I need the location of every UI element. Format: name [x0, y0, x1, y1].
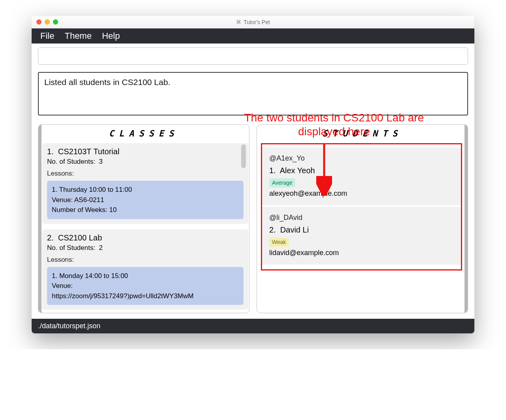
student-email: alexyeoh@example.com	[269, 188, 454, 199]
content-area: Listed all students in CS2100 Lab. The t…	[32, 44, 474, 313]
result-message: Listed all students in CS2100 Lab.	[44, 78, 170, 87]
command-input[interactable]	[38, 47, 468, 65]
panel-left-edge	[38, 125, 42, 313]
annotation-highlight-box: @A1ex_Yo 1. Alex Yeoh Average alexyeoh@e…	[261, 143, 462, 271]
menu-file[interactable]: File	[40, 31, 54, 41]
class-card[interactable]: 2. CS2100 Lab No. of Students: 2 Lessons…	[42, 229, 248, 310]
classes-panel: CLASSES 1. CS2103T Tutorial No. of Stude…	[38, 124, 249, 313]
statusbar: ./data/tutorspet.json	[32, 319, 474, 333]
student-name: 1. Alex Yeoh	[269, 165, 454, 176]
student-handle: @A1ex_Yo	[269, 153, 454, 164]
class-title: 2. CS2100 Lab	[47, 233, 244, 242]
app-window: ⌘ Tutor's Pet File Theme Help Listed all…	[32, 16, 474, 333]
lesson-card: 1. Monday 14:00 to 15:00 Venue: https://…	[47, 267, 244, 305]
lesson-time: 1. Monday 14:00 to 15:00	[52, 271, 239, 281]
maximize-button[interactable]	[53, 19, 58, 25]
window-controls	[36, 19, 58, 25]
status-path: ./data/tutorspet.json	[38, 322, 100, 330]
menu-theme[interactable]: Theme	[64, 31, 91, 41]
lessons-label: Lessons:	[47, 170, 244, 178]
lesson-card: 1. Thursday 10:00 to 11:00 Venue: AS6-02…	[47, 181, 244, 219]
lesson-time: 1. Thursday 10:00 to 11:00	[52, 185, 239, 195]
panel-right-edge	[464, 125, 468, 313]
menubar: File Theme Help	[32, 28, 474, 44]
panels-row: CLASSES 1. CS2103T Tutorial No. of Stude…	[38, 124, 468, 313]
class-card[interactable]: 1. CS2103T Tutorial No. of Students: 3 L…	[42, 143, 248, 224]
student-email: lidavid@example.com	[269, 248, 454, 258]
students-list[interactable]: @A1ex_Yo 1. Alex Yeoh Average alexyeoh@e…	[262, 148, 461, 266]
app-icon: ⌘	[236, 19, 241, 25]
students-panel: STUDENTS @A1ex_Yo 1. Alex Yeoh Average a…	[257, 124, 468, 313]
class-student-count: No. of Students: 2	[47, 244, 244, 252]
classes-header: CLASSES	[38, 125, 249, 143]
student-name: 2. David Li	[269, 224, 454, 236]
student-badge: Average	[269, 178, 295, 187]
minimize-button[interactable]	[45, 19, 50, 25]
annotation-arrow-icon	[316, 144, 332, 196]
class-title: 1. CS2103T Tutorial	[47, 147, 244, 156]
lesson-weeks: Number of Weeks: 10	[52, 205, 239, 215]
window-title: ⌘ Tutor's Pet	[32, 19, 474, 25]
scrollbar-thumb[interactable]	[241, 144, 246, 168]
lesson-venue: Venue: AS6-0211	[52, 195, 239, 205]
titlebar: ⌘ Tutor's Pet	[32, 16, 474, 28]
student-card[interactable]: @A1ex_Yo 1. Alex Yeoh Average alexyeoh@e…	[262, 148, 461, 207]
lesson-venue: Venue: https://zoom/j/95317249?)pwd=Ulld…	[52, 281, 239, 301]
window-title-text: Tutor's Pet	[244, 19, 270, 25]
classes-list[interactable]: 1. CS2103T Tutorial No. of Students: 3 L…	[38, 143, 249, 313]
scrollbar-track[interactable]	[241, 144, 246, 310]
student-card[interactable]: @li_DAvid 2. David Li Weak lidavid@examp…	[262, 207, 461, 266]
student-handle: @li_DAvid	[269, 212, 454, 223]
annotation-text: The two students in CS2100 Lab are displ…	[225, 111, 443, 138]
menu-help[interactable]: Help	[102, 31, 120, 41]
lessons-label: Lessons:	[47, 256, 244, 264]
class-student-count: No. of Students: 3	[47, 158, 244, 166]
close-button[interactable]	[36, 19, 42, 25]
student-badge: Weak	[269, 238, 289, 247]
result-box: Listed all students in CS2100 Lab.	[38, 72, 468, 115]
